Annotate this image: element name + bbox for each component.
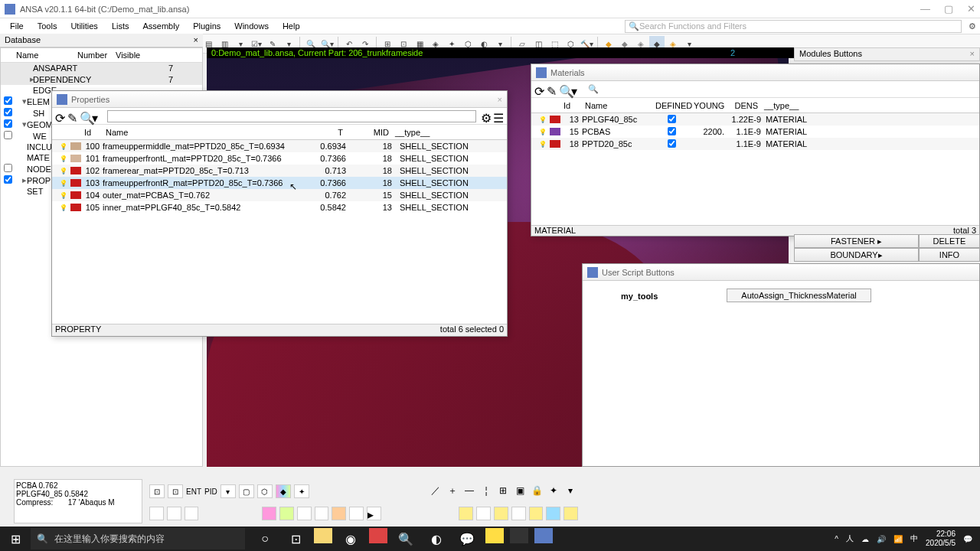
property-row[interactable]: 💡105inner_mat=PPLGF40_85c_T=0.58420.5842…	[52, 201, 507, 214]
close-button[interactable]: ✕	[967, 3, 975, 15]
search-icon[interactable]: 🔍	[588, 84, 599, 94]
lock-icon[interactable]: 🔒	[530, 484, 544, 497]
material-row[interactable]: 💡13PPLGF40_85c1.22E-9MATERIAL	[531, 113, 979, 126]
tray-icon[interactable]: 人	[846, 533, 854, 544]
col-visible[interactable]: Visible	[116, 51, 140, 60]
app-icon[interactable]	[485, 528, 504, 543]
wechat-icon[interactable]: 💬	[455, 528, 479, 549]
property-row[interactable]: 💡103frameupperfrontR_mat=PPTD20_85c_T=0.…	[52, 177, 507, 189]
property-row[interactable]: 💡102framerear_mat=PPTD20_85c_T=0.7130.71…	[52, 165, 507, 177]
tool-btn[interactable]	[185, 507, 199, 520]
col-defined[interactable]: DEFINED	[652, 101, 691, 110]
tool-btn[interactable]: ¦	[479, 484, 493, 497]
refresh-icon[interactable]: ⟳	[534, 84, 545, 95]
tool-btn[interactable]: ▢	[239, 484, 254, 498]
filter-input[interactable]	[107, 110, 476, 122]
property-row[interactable]: 💡101frameupperfrontL_mat=PPTD20_85c_T=0.…	[52, 152, 507, 165]
autoassign-button[interactable]: AutoAssign_ThicknessMaterial	[727, 289, 871, 302]
tool-btn[interactable]	[546, 507, 560, 520]
tool-btn[interactable]	[332, 507, 346, 520]
menu-lists[interactable]: Lists	[105, 20, 136, 32]
edit-icon[interactable]: ✎	[67, 111, 78, 122]
tool-btn[interactable]: —	[462, 484, 476, 497]
col-type[interactable]: __type__	[392, 128, 499, 137]
taskbar-search[interactable]: 🔍 在这里输入你要搜索的内容	[31, 528, 245, 549]
col-id[interactable]: Id	[81, 128, 103, 137]
tool-btn[interactable]	[149, 507, 164, 520]
tool-btn[interactable]: ▾	[564, 484, 577, 497]
tool-btn[interactable]	[564, 507, 578, 520]
tool-btn[interactable]: ✦	[547, 484, 560, 497]
col-type[interactable]: __type__	[761, 101, 815, 110]
tool-btn[interactable]	[349, 507, 364, 520]
settings-icon[interactable]: ⚙	[962, 20, 977, 33]
zoom-icon[interactable]: 🔍	[559, 84, 570, 95]
refresh-icon[interactable]: ⟳	[55, 111, 66, 122]
terminal-icon[interactable]	[510, 528, 528, 543]
gear-icon[interactable]: ⚙	[481, 111, 492, 122]
menu-tools[interactable]: Tools	[31, 20, 64, 32]
start-button[interactable]: ⊞	[0, 527, 31, 551]
tray-icon[interactable]: ^	[835, 535, 838, 543]
app-icon[interactable]	[369, 528, 387, 543]
col-name[interactable]: Name	[16, 51, 77, 60]
tool-btn[interactable]	[476, 507, 491, 520]
tool-btn[interactable]	[529, 507, 544, 520]
material-row[interactable]: 💡18PPTD20_85c1.1E-9MATERIAL	[531, 138, 979, 150]
info-button[interactable]: INFO	[919, 248, 980, 262]
notifications-icon[interactable]: 💬	[963, 535, 972, 543]
edit-icon[interactable]: ✎	[547, 84, 557, 95]
delete-button[interactable]: DELETE	[919, 234, 980, 248]
tool-btn[interactable]: ⬡	[257, 484, 273, 498]
cortana-icon[interactable]: ○	[253, 528, 277, 549]
minimize-button[interactable]: —	[920, 3, 930, 15]
col-t[interactable]: T	[285, 128, 346, 137]
tool-btn[interactable]	[167, 507, 181, 520]
menu-utilities[interactable]: Utilities	[64, 20, 104, 32]
tool-btn[interactable]: ⊡	[149, 484, 165, 498]
menu-icon[interactable]: ☰	[493, 111, 504, 122]
menu-plugins[interactable]: Plugins	[186, 20, 227, 32]
menu-help[interactable]: Help	[276, 20, 307, 32]
tool-btn[interactable]	[262, 507, 276, 520]
taskview-icon[interactable]: ⊡	[283, 528, 308, 549]
chrome-icon[interactable]: ◉	[338, 528, 363, 549]
tree-row[interactable]: ▸DEPENDENCY7	[1, 73, 202, 85]
close-icon[interactable]: ×	[498, 95, 502, 104]
app-icon[interactable]: ◐	[424, 528, 449, 549]
tool-btn[interactable]	[279, 507, 294, 520]
menu-assembly[interactable]: Assembly	[136, 20, 187, 32]
tool-btn[interactable]: ▾	[220, 484, 236, 498]
tool-btn[interactable]	[315, 507, 329, 520]
tool-btn[interactable]: ▣	[513, 484, 527, 497]
tool-btn[interactable]: ◆	[276, 484, 291, 498]
material-row[interactable]: 💡15PCBAS2200.1.1E-9MATERIAL	[531, 126, 979, 138]
menu-file[interactable]: File	[3, 20, 31, 32]
col-name[interactable]: Name	[582, 101, 652, 110]
tool-btn[interactable]: ＋	[446, 484, 459, 497]
col-id[interactable]: Id	[560, 101, 582, 110]
tool-btn[interactable]: ⊞	[496, 484, 510, 497]
zoom-icon[interactable]: 🔍	[80, 111, 90, 122]
tool-btn[interactable]: ✦	[294, 484, 309, 498]
dropdown-icon[interactable]: ▾	[92, 111, 103, 122]
col-young[interactable]: YOUNG	[691, 101, 724, 110]
dropdown-icon[interactable]: ▾	[571, 84, 582, 95]
tool-btn[interactable]	[494, 507, 508, 520]
explorer-icon[interactable]	[314, 528, 332, 543]
close-icon[interactable]: ×	[194, 35, 198, 45]
search-input[interactable]: 🔍 Search Functions and Filters	[625, 20, 962, 33]
tool-btn[interactable]	[511, 507, 526, 520]
property-row[interactable]: 💡104outer_mat=PCBAS_T=0.7620.76215SHELL_…	[52, 189, 507, 201]
wifi-icon[interactable]: 📶	[893, 535, 903, 543]
clock[interactable]: 22:06 2020/5/5	[926, 530, 956, 548]
app-icon[interactable]: 🔍	[394, 528, 418, 549]
close-icon[interactable]: ×	[970, 49, 975, 60]
ime-icon[interactable]: 中	[910, 533, 918, 544]
boundary-button[interactable]: BOUNDARY▸	[794, 248, 919, 262]
tool-btn[interactable]: ⊡	[168, 484, 183, 498]
fastener-button[interactable]: FASTENER ▸	[794, 234, 919, 248]
col-dens[interactable]: DENS	[724, 101, 761, 110]
tray-icon[interactable]: ☁	[861, 535, 869, 543]
col-mid[interactable]: MID	[346, 128, 392, 137]
